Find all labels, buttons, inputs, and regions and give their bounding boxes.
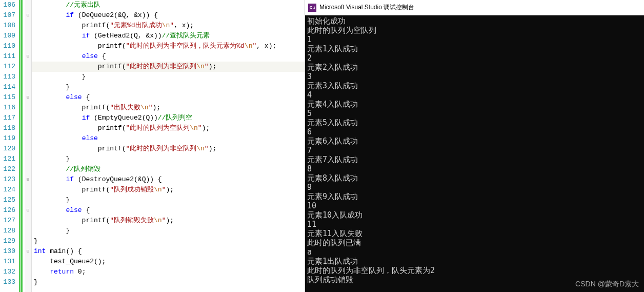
fold-spacer — [25, 41, 31, 51]
code-line[interactable]: else { — [32, 92, 305, 103]
line-number: 130 — [0, 246, 15, 257]
code-line[interactable]: return 0; — [32, 267, 305, 277]
fold-toggle-icon[interactable] — [25, 205, 31, 216]
fold-spacer — [25, 133, 31, 144]
fold-spacer — [25, 31, 31, 41]
fold-spacer — [25, 144, 31, 154]
code-line[interactable]: printf("此时的队列为非空队列\n"); — [32, 62, 305, 72]
line-number: 132 — [0, 267, 15, 277]
line-number: 114 — [0, 82, 15, 92]
code-line[interactable]: else { — [32, 51, 305, 62]
line-number: 124 — [0, 185, 15, 195]
code-line[interactable]: int main() { — [32, 246, 305, 257]
code-line[interactable]: printf("此时的队列为非空队列\n"); — [32, 144, 305, 154]
line-number: 108 — [0, 21, 15, 31]
fold-toggle-icon[interactable] — [25, 92, 31, 103]
fold-gutter[interactable] — [25, 0, 32, 292]
fold-spacer — [25, 82, 31, 92]
line-number: 115 — [0, 92, 15, 103]
fold-spacer — [25, 164, 31, 174]
line-number: 131 — [0, 257, 15, 267]
code-line[interactable]: } — [32, 226, 305, 236]
line-number: 119 — [0, 133, 15, 144]
fold-spacer — [25, 267, 31, 277]
fold-spacer — [25, 113, 31, 123]
line-number: 118 — [0, 123, 15, 133]
code-line[interactable]: } — [32, 195, 305, 205]
console-titlebar[interactable]: C:\ Microsoft Visual Studio 调试控制台 — [305, 0, 644, 15]
code-line[interactable]: if (EmptyQueue2(Q))//队列判空 — [32, 113, 305, 123]
watermark: CSDN @蒙奇D索大 — [575, 280, 639, 289]
code-line[interactable]: //队列销毁 — [32, 164, 305, 174]
fold-spacer — [25, 123, 31, 133]
code-line[interactable]: } — [32, 82, 305, 92]
code-line[interactable]: } — [32, 154, 305, 164]
fold-toggle-icon[interactable] — [25, 51, 31, 62]
line-number-gutter: 1061071081091101111121131141151161171181… — [0, 0, 18, 292]
code-line[interactable]: if (GetHead2(Q, &x))//查找队头元素 — [32, 31, 305, 41]
code-line[interactable]: } — [32, 236, 305, 246]
code-line[interactable]: } — [32, 277, 305, 287]
change-bars — [18, 0, 25, 292]
line-number: 109 — [0, 31, 15, 41]
fold-spacer — [25, 236, 31, 246]
line-number: 126 — [0, 205, 15, 216]
line-number: 106 — [0, 0, 15, 10]
line-number: 120 — [0, 144, 15, 154]
console-window: C:\ Microsoft Visual Studio 调试控制台 初始化成功 … — [305, 0, 644, 292]
vs-icon: C:\ — [308, 4, 316, 12]
fold-spacer — [25, 277, 31, 287]
line-number: 121 — [0, 154, 15, 164]
fold-toggle-icon[interactable] — [25, 246, 31, 257]
fold-spacer — [25, 216, 31, 226]
code-line[interactable]: printf("出队失败\n"); — [32, 103, 305, 113]
fold-spacer — [25, 257, 31, 267]
fold-spacer — [25, 226, 31, 236]
line-number: 125 — [0, 195, 15, 205]
line-number: 112 — [0, 62, 15, 72]
console-title: Microsoft Visual Studio 调试控制台 — [319, 3, 414, 12]
line-number: 113 — [0, 72, 15, 82]
code-line[interactable]: printf("元素%d出队成功\n", x); — [32, 21, 305, 31]
fold-toggle-icon[interactable] — [25, 174, 31, 185]
fold-spacer — [25, 185, 31, 195]
code-line[interactable]: printf("队列销毁失败\n"); — [32, 216, 305, 226]
code-editor[interactable]: 1061071081091101111121131141151161171181… — [0, 0, 305, 292]
code-line[interactable]: if (DeQueue2(&Q, &x)) { — [32, 10, 305, 21]
code-line[interactable]: //元素出队 — [32, 0, 305, 10]
code-line[interactable]: printf("此时的队列为非空队列，队头元素为%d\n", x); — [32, 41, 305, 51]
fold-spacer — [25, 62, 31, 72]
code-line[interactable]: else { — [32, 205, 305, 216]
line-number: 129 — [0, 236, 15, 246]
fold-spacer — [25, 0, 31, 10]
line-number: 116 — [0, 103, 15, 113]
line-number: 128 — [0, 226, 15, 236]
line-number: 117 — [0, 113, 15, 123]
fold-spacer — [25, 195, 31, 205]
fold-spacer — [25, 21, 31, 31]
code-area[interactable]: //元素出队 if (DeQueue2(&Q, &x)) { printf("元… — [32, 0, 305, 292]
line-number: 111 — [0, 51, 15, 62]
line-number: 107 — [0, 10, 15, 21]
code-line[interactable]: test_Queue2(); — [32, 257, 305, 267]
line-number: 110 — [0, 41, 15, 51]
console-output[interactable]: 初始化成功 此时的队列为空队列 1 元素1入队成功 2 元素2入队成功 3 元素… — [305, 15, 644, 292]
fold-spacer — [25, 103, 31, 113]
line-number: 133 — [0, 277, 15, 287]
code-line[interactable]: if (DestroyQueue2(&Q)) { — [32, 174, 305, 185]
fold-spacer — [25, 154, 31, 164]
code-line[interactable]: else — [32, 133, 305, 144]
code-line[interactable]: printf("队列成功销毁\n"); — [32, 185, 305, 195]
code-line[interactable]: printf("此时的队列为空队列\n"); — [32, 123, 305, 133]
line-number: 127 — [0, 216, 15, 226]
line-number: 122 — [0, 164, 15, 174]
line-number: 123 — [0, 174, 15, 185]
fold-toggle-icon[interactable] — [25, 10, 31, 21]
code-line[interactable]: } — [32, 72, 305, 82]
fold-spacer — [25, 72, 31, 82]
